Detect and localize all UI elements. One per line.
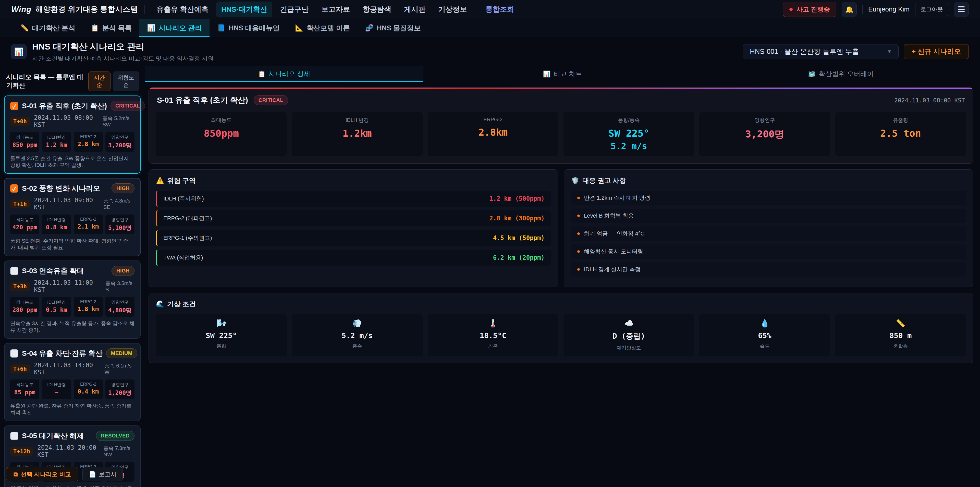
danger-zones-panel: ⚠️ 위험 구역 IDLH (즉시위험)1.2 km (500ppm)ERPG-… [148,169,558,287]
warning-icon: ⚠️ [156,177,164,185]
dna-icon: 🧬 [365,24,373,32]
bar-chart-icon: 📊 [147,24,155,32]
scenario-description: 톨루엔 2.5톤 순간 유출. SW 풍향으로 온산 산업단지 방향 확산. I… [10,155,135,168]
recommendation-item: 반경 1.2km 즉시 대피 명령 [571,191,966,205]
zone-value: 2.8 km (300ppm) [489,215,545,222]
zone-label: IDLH (즉시위험) [163,195,204,203]
stat-label: ERPG-2 [75,217,102,222]
severity-badge: RESOLVED [96,431,135,441]
wind-summary: 풍속 7.3m/s NW [103,445,135,458]
stat-value: 5,100명 [107,224,134,232]
stat-label: 영향인구 [107,217,134,223]
stat-box: 영향인구3,200명 [105,132,135,152]
sub-nav-tab[interactable]: 📐확산모델 이론 [287,19,358,37]
main-nav-item[interactable]: 보고자료 [316,2,355,18]
stat-box: 영향인구5,100명 [105,214,135,234]
detail-tabbar: 📋시나리오 상세📊비교 차트🗺️확산범위 오버레이 [145,66,980,82]
divider [476,6,476,13]
scenario-checkbox[interactable] [10,267,18,275]
wave-icon: 🌊 [156,300,164,308]
main-nav-item[interactable]: 게시판 [399,2,431,18]
ruler-icon: 📏 [837,319,964,327]
scenario-timestamp: 2024.11.03 20:00 KST [37,444,99,458]
main-nav-item[interactable]: 통합조회 [480,2,519,18]
bullet-icon [577,196,580,199]
sub-nav: ✏️대기확산 분석📋분석 목록📊시나리오 관리📘HNS 대응매뉴얼📐확산모델 이… [0,19,980,37]
bar-chart-icon: 📊 [14,47,24,56]
sort-button[interactable]: 위험도순 [113,72,139,91]
detail-stat-label: ERPG-2 [429,117,557,123]
notification-bell-button[interactable]: 🔔 [842,2,857,17]
detail-tab-label: 시나리오 상세 [269,69,310,78]
stat-value: — [43,389,70,396]
weather-panel: 🌊 기상 조건 🌬️SW 225°풍향💨5.2 m/s풍속🌡️18.5°C기온☁… [148,293,974,363]
recommendations-panel: 🛡️ 대응 권고 사항 반경 1.2km 즉시 대피 명령Level B 화학복… [564,169,974,287]
recommendation-text: Level B 화학복 착용 [584,212,634,220]
sub-nav-tab[interactable]: 📋분석 목록 [83,19,139,37]
scenario-checkbox[interactable] [10,349,18,358]
stat-label: 최대농도 [11,299,38,305]
stat-label: IDLH반경 [43,382,70,388]
main-nav-item[interactable]: 기상정보 [433,2,472,18]
detail-stat-box: 유출량2.5 ton [835,112,966,156]
scenario-card[interactable]: ✓S-01 유출 직후 (초기 확산)CRITICALT+0h2024.11.0… [4,96,141,174]
main-nav-item[interactable]: 항공탐색 [358,2,396,18]
sort-buttons: 시간순위험도순 [88,72,139,91]
main-nav-item[interactable]: 긴급구난 [275,2,313,18]
detail-tab[interactable]: 📋시나리오 상세 [145,66,423,82]
scenario-card[interactable]: ✓S-02 풍향 변화 시나리오HIGHT+1h2024.11.03 09:00… [4,178,141,256]
sub-nav-tab[interactable]: 🧬HNS 물질정보 [358,19,428,37]
triangle-ruler-icon: 📐 [295,24,303,32]
zone-value: 6.2 km (20ppm) [493,254,545,261]
hamburger-menu-button[interactable] [954,2,969,17]
detail-stat-label: 유출량 [837,117,964,124]
stat-box: ERPG-21.8 km [74,297,103,317]
zone-value: 1.2 km (500ppm) [489,195,545,202]
scenario-card[interactable]: S-03 연속유출 확대HIGHT+3h2024.11.03 11:00 KST… [4,260,141,339]
detail-stat-value: 3,200명 [701,128,829,141]
sub-nav-tab[interactable]: ✏️대기확산 분석 [13,19,83,37]
weather-cell: 💨5.2 m/s풍속 [292,314,422,356]
scenario-card[interactable]: S-04 유출 차단·잔류 확산MEDIUMT+6h2024.11.03 14:… [4,343,141,421]
stat-label: IDLH반경 [43,217,70,223]
scenario-stats: 최대농도420 ppmIDLH반경0.8 kmERPG-22.1 km영향인구5… [10,214,135,234]
weather-cell: ☁️D (중립)대기안정도 [563,314,694,356]
compare-scenarios-button[interactable]: ⧉ 선택 시나리오 비교 [6,467,78,481]
sort-button[interactable]: 시간순 [88,72,110,91]
scenario-checkbox[interactable] [10,432,18,440]
stat-label: ERPG-2 [75,134,102,139]
scenario-checkbox[interactable]: ✓ [10,102,18,110]
scenario-select[interactable]: HNS-001 · 울산 온산항 톨루엔 누출 ▼ [743,44,899,59]
weather-value: SW 225° [158,331,285,340]
zone-value: 4.5 km (50ppm) [493,235,545,241]
logout-button[interactable]: 로그아웃 [915,3,948,16]
weather-value: 850 m [837,331,964,340]
weather-label: 혼합층 [837,343,964,350]
wind-icon: 🌬️ [158,319,285,327]
stat-box: ERPG-22.1 km [74,214,103,234]
recommendation-item: 화기 엄금 — 인화점 4°C [571,227,966,241]
detail-tab[interactable]: 🗺️확산범위 오버레이 [702,66,980,82]
sub-nav-tab[interactable]: 📘HNS 대응매뉴얼 [210,19,287,37]
sub-nav-tab-label: 확산모델 이론 [307,24,350,33]
chevron-down-icon: ▼ [887,49,892,54]
detail-tab[interactable]: 📊비교 차트 [423,66,702,82]
scenario-timestamp: 2024.11.03 14:00 KST [34,362,100,376]
stat-label: 영향인구 [107,382,134,388]
report-button[interactable]: 📄 보고서 [83,467,123,481]
wind-summary: 풍속 5.2m/s SW [103,115,135,128]
main-nav-item[interactable]: 유출유 확산예측 [151,2,213,18]
stat-box: ERPG-20.4 km [74,380,103,399]
scenario-stats: 최대농도280 ppmIDLH반경0.5 kmERPG-21.8 km영향인구4… [10,297,135,317]
clipboard-icon: 📋 [91,24,99,32]
recommendation-item: 해양확산 동시 모니터링 [571,244,966,259]
new-scenario-button[interactable]: + 신규 시나리오 [904,44,969,59]
scenario-checkbox[interactable]: ✓ [10,184,18,193]
pencil-icon: ✏️ [21,24,29,32]
detail-stat-label: 풍향/풍속 [565,117,693,124]
scenario-card-title: S-02 풍향 변화 시나리오 [22,184,108,193]
sub-nav-tab[interactable]: 📊시나리오 관리 [139,19,210,37]
main-nav-item[interactable]: HNS·대기확산 [216,2,272,18]
weather-label: 풍속 [293,343,421,350]
stat-label: ERPG-2 [75,382,102,387]
